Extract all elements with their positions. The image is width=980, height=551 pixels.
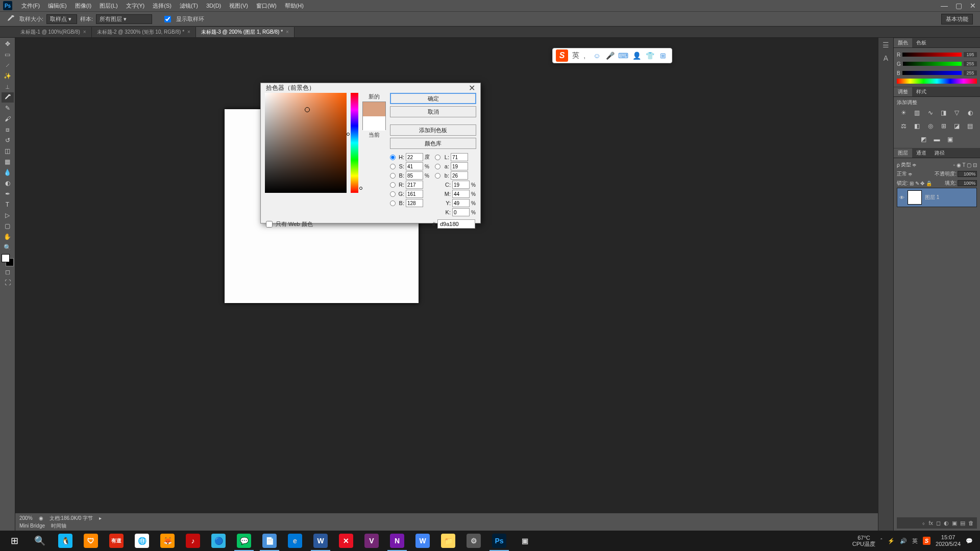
gradient-tool[interactable]: ▦ bbox=[2, 157, 14, 167]
g-value[interactable]: 255 bbox=[964, 61, 977, 66]
b2-input[interactable] bbox=[451, 171, 468, 180]
close-icon[interactable]: × bbox=[187, 29, 190, 35]
show-sampling-ring-checkbox[interactable] bbox=[164, 16, 171, 22]
adjustment-layer-icon[interactable]: ◐ bbox=[944, 520, 949, 527]
app3-icon[interactable]: ▣ bbox=[512, 531, 537, 551]
fx-icon[interactable]: fx bbox=[928, 520, 933, 526]
notepad-icon[interactable]: 📄 bbox=[257, 531, 282, 551]
quick-mask-toggle[interactable]: ◻ bbox=[2, 267, 14, 277]
mini-bridge-tab[interactable]: Mini Bridge bbox=[19, 523, 45, 529]
threshold-icon[interactable]: ◩ bbox=[919, 135, 928, 144]
move-tool[interactable]: ✥ bbox=[2, 39, 14, 49]
notifications-icon[interactable]: 💬 bbox=[966, 538, 973, 544]
b-radio[interactable] bbox=[390, 173, 396, 179]
menu-window[interactable]: 窗口(W) bbox=[252, 2, 281, 10]
eraser-tool[interactable]: ◫ bbox=[2, 146, 14, 156]
hex-input[interactable] bbox=[437, 219, 475, 229]
mask-icon[interactable]: ◻ bbox=[936, 520, 941, 527]
wps-icon[interactable]: W bbox=[410, 531, 435, 551]
onenote-icon[interactable]: N bbox=[385, 531, 409, 551]
document-tab-1[interactable]: 未标题-1 @ 100%(RGB/8)× bbox=[15, 27, 92, 37]
color-libraries-button[interactable]: 颜色库 bbox=[390, 138, 476, 149]
ime-toolbar[interactable]: S 英 , ☺ 🎤 ⌨ 👤 👕 ⊞ bbox=[552, 48, 672, 63]
dodge-tool[interactable]: ◐ bbox=[2, 178, 14, 188]
color-tab[interactable]: 颜色 bbox=[894, 38, 912, 47]
ime-language[interactable]: 英 bbox=[572, 51, 579, 60]
sogou-logo-icon[interactable]: S bbox=[556, 49, 568, 62]
selective-color-icon[interactable]: ▣ bbox=[946, 135, 955, 144]
color-marker[interactable] bbox=[305, 107, 310, 112]
gradient-map-icon[interactable]: ▬ bbox=[933, 135, 942, 144]
eyedropper-tool[interactable] bbox=[2, 92, 14, 103]
user-icon[interactable]: 👤 bbox=[631, 51, 642, 61]
channel-mixer-icon[interactable]: ⊞ bbox=[939, 121, 948, 131]
volume-icon[interactable]: 🔊 bbox=[900, 538, 907, 544]
menu-view[interactable]: 视图(V) bbox=[225, 2, 252, 10]
clock[interactable]: 15:072020/5/24 bbox=[936, 534, 961, 547]
character-icon[interactable]: A bbox=[884, 54, 888, 62]
lasso-tool[interactable]: ⟋ bbox=[2, 60, 14, 70]
sogou-tray-icon[interactable]: S bbox=[923, 537, 930, 545]
vibrance-icon[interactable]: ▽ bbox=[952, 108, 962, 117]
qq-icon[interactable]: 🐧 bbox=[53, 531, 78, 551]
r-radio[interactable] bbox=[390, 182, 396, 188]
magic-wand-tool[interactable]: ✨ bbox=[2, 71, 14, 81]
edge-icon[interactable]: e bbox=[283, 531, 307, 551]
marquee-tool[interactable]: ▭ bbox=[2, 49, 14, 60]
c-input[interactable] bbox=[452, 181, 470, 189]
foreground-color[interactable] bbox=[2, 254, 10, 262]
levels-icon[interactable]: ▥ bbox=[913, 108, 922, 117]
menu-type[interactable]: 文字(Y) bbox=[122, 2, 149, 10]
vscode-icon[interactable]: V bbox=[359, 531, 384, 551]
voice-icon[interactable]: 🎤 bbox=[605, 51, 615, 61]
clone-stamp-tool[interactable]: ⧈ bbox=[2, 124, 14, 135]
pen-tool[interactable]: ✒ bbox=[2, 189, 14, 199]
blue-input[interactable] bbox=[406, 199, 423, 207]
b-value[interactable]: 255 bbox=[964, 70, 977, 76]
bb-radio[interactable] bbox=[390, 201, 396, 206]
histogram-icon[interactable]: ☰ bbox=[883, 41, 889, 49]
layer-name[interactable]: 图层 1 bbox=[925, 194, 939, 201]
tray-chevron-icon[interactable]: ˆ bbox=[880, 538, 883, 544]
group-icon[interactable]: ▣ bbox=[952, 520, 957, 527]
maximize-button[interactable]: ▢ bbox=[951, 1, 966, 10]
channels-tab[interactable]: 通道 bbox=[912, 148, 930, 158]
opacity-input[interactable] bbox=[958, 171, 977, 177]
usb-icon[interactable]: ⚡ bbox=[888, 538, 895, 544]
invert-icon[interactable]: ◪ bbox=[952, 121, 962, 131]
explorer-icon[interactable]: 📁 bbox=[436, 531, 460, 551]
netease-icon[interactable]: ♪ bbox=[181, 531, 205, 551]
healing-brush-tool[interactable]: ✎ bbox=[2, 103, 14, 113]
paths-tab[interactable]: 路径 bbox=[930, 148, 949, 158]
skin-icon[interactable]: 👕 bbox=[645, 51, 655, 61]
path-selection-tool[interactable]: ▷ bbox=[2, 210, 14, 220]
document-tab-2[interactable]: 未标题-2 @ 3200% (矩形 10, RGB/8) *× bbox=[92, 27, 196, 37]
search-button[interactable]: 🔍 bbox=[28, 531, 52, 551]
menu-file[interactable]: 文件(F) bbox=[17, 2, 44, 10]
exposure-icon[interactable]: ◨ bbox=[939, 108, 948, 117]
keyboard-icon[interactable]: ⌨ bbox=[618, 51, 628, 61]
g-radio[interactable] bbox=[390, 191, 396, 197]
a-radio[interactable] bbox=[435, 164, 440, 169]
adjustments-tab[interactable]: 调整 bbox=[894, 87, 912, 96]
h-input[interactable] bbox=[406, 153, 423, 161]
h-radio[interactable] bbox=[390, 155, 396, 160]
crop-tool[interactable]: ⟂ bbox=[2, 82, 14, 92]
emoji-icon[interactable]: ☺ bbox=[592, 51, 602, 61]
visibility-icon[interactable]: 👁 bbox=[899, 195, 904, 201]
r-input[interactable] bbox=[406, 181, 423, 189]
menu-image[interactable]: 图像(I) bbox=[71, 2, 95, 10]
close-button[interactable]: ✕ bbox=[966, 1, 980, 10]
ime-tray-icon[interactable]: 英 bbox=[912, 537, 918, 545]
hue-ramp[interactable] bbox=[897, 79, 977, 84]
sample-dropdown[interactable]: 所有图层 ▾ bbox=[96, 14, 152, 24]
k-input[interactable] bbox=[452, 208, 470, 216]
menu-help[interactable]: 帮助(H) bbox=[281, 2, 308, 10]
history-brush-tool[interactable]: ↺ bbox=[2, 135, 14, 145]
sogou-icon[interactable]: 🔵 bbox=[206, 531, 231, 551]
timeline-tab[interactable]: 时间轴 bbox=[51, 522, 66, 530]
color-balance-icon[interactable]: ⚖ bbox=[899, 121, 909, 131]
s-radio[interactable] bbox=[390, 164, 396, 169]
add-swatch-button[interactable]: 添加到色板 bbox=[390, 124, 476, 136]
app-icon[interactable]: ✕ bbox=[334, 531, 358, 551]
